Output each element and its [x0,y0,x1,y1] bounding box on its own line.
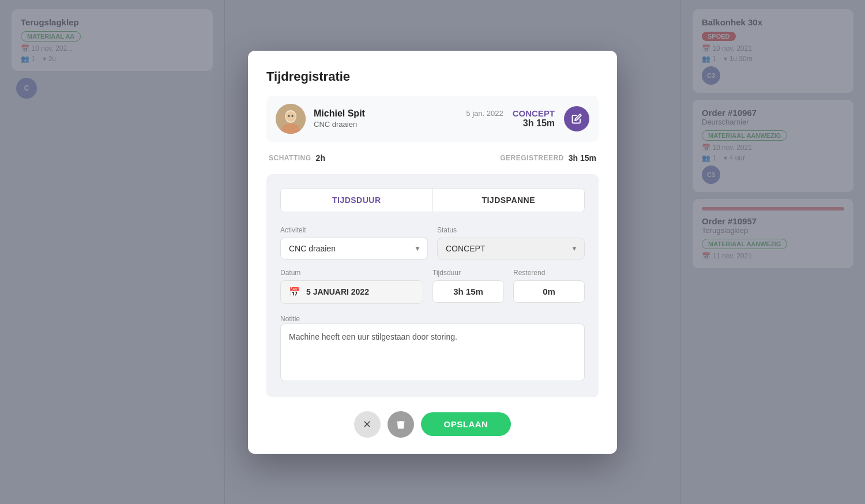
notitie-section: Notitie Machine heeft een uur stilgestaa… [280,313,585,383]
svg-point-5 [292,115,294,117]
delete-button[interactable] [388,411,414,438]
tab-container: TIJDSDUUR TIJDSPANNE Activiteit CNC draa… [266,174,599,397]
edit-button[interactable] [564,106,589,131]
activiteit-group: Activiteit CNC draaien ▼ [280,226,428,259]
status-label: Status [437,226,585,234]
avatar [276,104,306,134]
modal-title: Tijdregistratie [266,69,599,84]
notitie-label: Notitie [280,315,300,323]
user-activity: CNC draaien [314,120,466,129]
datum-group: Datum 📅 5 JANUARI 2022 [280,269,423,304]
action-row: ✕ OPSLAAN [266,411,599,438]
svg-point-3 [285,111,296,122]
user-meta: 5 jan. 2022 CONCEPT 3h 15m [466,108,555,129]
save-button[interactable]: OPSLAAN [421,412,512,436]
modal-backdrop: Tijdregistratie Michiel Spit CNC draaien [0,0,865,504]
tijdsduur-input[interactable]: 3h 15m [432,280,504,303]
activiteit-status-row: Activiteit CNC draaien ▼ Status CONCEPT … [280,226,585,259]
stats-row: SCHATTING 2h GEREGISTREERD 3h 15m [266,153,599,163]
tijdregistratie-modal: Tijdregistratie Michiel Spit CNC draaien [248,51,617,454]
user-name: Michiel Spit [314,108,466,119]
status-select[interactable]: CONCEPT BEVESTIGD AFGEROND [437,238,585,259]
geregistreerd-value: 3h 15m [569,153,596,163]
geregistreerd-label: GEREGISTREERD [500,154,564,162]
user-time: 3h 15m [466,118,555,129]
notitie-textarea[interactable]: Machine heeft een uur stilgestaan door s… [280,324,585,381]
user-details: Michiel Spit CNC draaien [314,108,466,129]
svg-point-4 [288,115,290,117]
datum-value: 5 JANUARI 2022 [306,287,369,296]
tijdsduur-group: Tijdsduur 3h 15m [432,269,504,304]
schatting-value: 2h [316,153,325,163]
tab-tijdspanne[interactable]: TIJDSPANNE [433,189,585,212]
activiteit-select[interactable]: CNC draaien [280,238,428,259]
user-date: 5 jan. 2022 [466,109,503,118]
datum-label: Datum [280,269,423,277]
status-select-wrapper[interactable]: CONCEPT BEVESTIGD AFGEROND ▼ [437,238,585,259]
datum-tijdsduur-row: Datum 📅 5 JANUARI 2022 Tijdsduur 3h 15m … [280,269,585,304]
user-status: CONCEPT [513,108,555,118]
tijdsduur-label: Tijdsduur [432,269,504,277]
schatting-stat: SCHATTING 2h [269,153,325,163]
tab-tijdsduur[interactable]: TIJDSDUUR [281,189,433,212]
resterend-label: Resterend [513,269,585,277]
calendar-icon: 📅 [289,287,300,298]
schatting-label: SCHATTING [269,154,311,162]
tab-row: TIJDSDUUR TIJDSPANNE [280,188,585,212]
status-group: Status CONCEPT BEVESTIGD AFGEROND ▼ [437,226,585,259]
cancel-button[interactable]: ✕ [354,411,381,438]
activiteit-label: Activiteit [280,226,428,234]
datum-input[interactable]: 📅 5 JANUARI 2022 [280,280,423,304]
cancel-icon: ✕ [363,418,371,431]
geregistreerd-stat: GEREGISTREERD 3h 15m [500,153,596,163]
resterend-group: Resterend 0m [513,269,585,304]
activiteit-select-wrapper[interactable]: CNC draaien ▼ [280,238,428,259]
svg-rect-6 [399,421,403,422]
resterend-input[interactable]: 0m [513,280,585,303]
user-info-row: Michiel Spit CNC draaien 5 jan. 2022 CON… [266,96,599,142]
